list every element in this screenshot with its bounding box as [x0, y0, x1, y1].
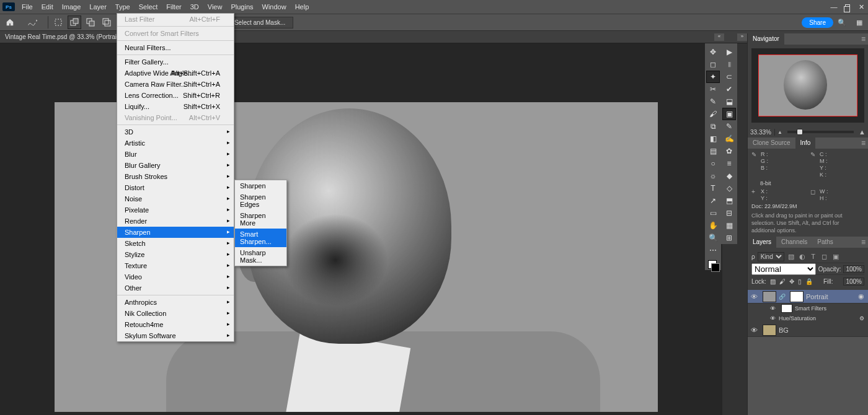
- menu-3d[interactable]: 3D: [186, 0, 203, 14]
- filter-shape-icon[interactable]: ◻: [820, 253, 829, 261]
- layer-name[interactable]: Portrait: [806, 293, 828, 300]
- eraser-icon[interactable]: ◧: [706, 133, 720, 145]
- tab-layers[interactable]: Layers: [748, 237, 776, 248]
- filter-item-distort[interactable]: Distort▸: [117, 182, 234, 193]
- panel-e-icon[interactable]: ▦: [722, 219, 736, 232]
- shape-icon[interactable]: ▭: [706, 207, 720, 219]
- tool-preset[interactable]: [24, 16, 42, 28]
- wand-icon[interactable]: ✦: [706, 71, 720, 83]
- filter-item-nik-collection[interactable]: Nik Collection▸: [117, 308, 234, 319]
- selection-subtract[interactable]: [84, 15, 97, 29]
- properties-icon[interactable]: ▣: [722, 108, 736, 120]
- filter-item-filter-gallery-[interactable]: Filter Gallery...: [117, 56, 234, 68]
- sharpen-item-sharpen[interactable]: Sharpen: [235, 180, 286, 191]
- sharpen-item-sharpen-edges[interactable]: Sharpen Edges: [235, 191, 286, 210]
- menu-image[interactable]: Image: [58, 0, 86, 14]
- filter-item-noise[interactable]: Noise▸: [117, 193, 234, 204]
- layer-bg[interactable]: 👁BG: [748, 323, 868, 337]
- info-options-icon[interactable]: ≡: [861, 139, 866, 147]
- more-icon[interactable]: ⋯: [706, 244, 720, 256]
- visibility-icon[interactable]: 👁: [766, 315, 779, 321]
- dodge-icon[interactable]: ☼: [706, 170, 720, 182]
- window-maximize[interactable]: [841, 3, 854, 11]
- visibility-icon[interactable]: 👁: [766, 305, 779, 312]
- layer-thumb[interactable]: [763, 325, 776, 336]
- filter-item-sharpen[interactable]: Sharpen▸: [117, 227, 234, 238]
- filter-item-other[interactable]: Other▸: [117, 282, 234, 294]
- crop-icon[interactable]: ✂: [706, 83, 720, 95]
- window-close[interactable]: ✕: [854, 3, 868, 11]
- tab-navigator[interactable]: Navigator: [748, 33, 784, 45]
- tab-channels[interactable]: Channels: [776, 237, 812, 248]
- filter-type-icon[interactable]: T: [809, 253, 818, 260]
- filter-item-sketch[interactable]: Sketch▸: [117, 238, 234, 249]
- zoom-icon[interactable]: 🔍: [706, 232, 720, 244]
- gradient-icon[interactable]: ▤: [706, 145, 720, 157]
- tab-clone-source[interactable]: Clone Source: [748, 138, 795, 149]
- filter-menu-dropdown[interactable]: Last FilterAlt+Ctrl+FConvert for Smart F…: [117, 13, 234, 342]
- marquee-icon[interactable]: ◻: [706, 58, 720, 71]
- filter-item-liquify-[interactable]: Liquify...Shift+Ctrl+X: [117, 101, 234, 112]
- navigator-options-icon[interactable]: ≡: [861, 35, 866, 43]
- panel-collapse-right[interactable]: »: [737, 33, 747, 41]
- histogram-icon[interactable]: ⫴: [722, 58, 736, 71]
- tab-info[interactable]: Info: [795, 138, 816, 149]
- lock-artboard-icon[interactable]: ▯: [798, 278, 802, 285]
- play-icon[interactable]: ▶: [722, 46, 736, 58]
- pen-icon[interactable]: ✍: [722, 133, 736, 145]
- sharpen-item-smart-sharpen-[interactable]: Smart Sharpen...: [235, 229, 286, 247]
- styles-icon[interactable]: ✎: [722, 120, 736, 133]
- filter-settings-icon[interactable]: ⚙: [859, 315, 864, 321]
- filter-item-skylum-software[interactable]: Skylum Software▸: [117, 330, 234, 341]
- filter-item-neural-filters-[interactable]: Neural Filters...: [117, 42, 234, 53]
- search-icon[interactable]: 🔍: [836, 17, 848, 28]
- zoom-value[interactable]: 33.33%: [748, 129, 775, 136]
- filter-pixel-icon[interactable]: ▧: [787, 253, 795, 261]
- filter-item-camera-raw-filter-[interactable]: Camera Raw Filter...Shift+Ctrl+A: [117, 79, 234, 90]
- filter-item-blur-gallery[interactable]: Blur Gallery▸: [117, 160, 234, 171]
- filter-item-anthropics[interactable]: Anthropics▸: [117, 297, 234, 308]
- workspace-icon[interactable]: ▦: [854, 17, 865, 28]
- menu-file[interactable]: File: [17, 0, 37, 14]
- visibility-icon[interactable]: 👁: [748, 326, 760, 334]
- window-minimize[interactable]: —: [827, 3, 841, 11]
- filter-smart-icon[interactable]: ▣: [831, 253, 840, 261]
- layer-portrait[interactable]: 👁🔗Portrait◉: [748, 290, 868, 304]
- zoom-out-icon[interactable]: ▲: [775, 129, 785, 135]
- sharpen-submenu[interactable]: SharpenSharpen EdgesSharpen MoreSmart Sh…: [234, 180, 287, 266]
- type-icon[interactable]: T: [706, 182, 720, 194]
- panel-d-icon[interactable]: ⊟: [722, 207, 736, 219]
- filter-item-render[interactable]: Render▸: [117, 216, 234, 227]
- move-icon[interactable]: ✥: [706, 46, 720, 58]
- filter-item-brush-strokes[interactable]: Brush Strokes▸: [117, 171, 234, 182]
- hue-saturation-row[interactable]: 👁Hue/Saturation⚙: [748, 313, 868, 323]
- filter-item-artistic[interactable]: Artistic▸: [117, 138, 234, 149]
- canvas-area[interactable]: [0, 43, 722, 415]
- filter-item-adaptive-wide-angle-[interactable]: Adaptive Wide Angle...Alt+Shift+Ctrl+A: [117, 68, 234, 79]
- menu-type[interactable]: Type: [111, 0, 135, 14]
- layers-options-icon[interactable]: ≡: [861, 238, 866, 247]
- navigator-preview[interactable]: [751, 48, 864, 123]
- menu-filter[interactable]: Filter: [162, 0, 185, 14]
- zoom-in-icon[interactable]: ▲: [856, 128, 868, 136]
- layer-thumb[interactable]: [763, 291, 776, 302]
- options-icon[interactable]: ⊂: [722, 71, 736, 83]
- selection-new[interactable]: [51, 15, 65, 29]
- home-icon[interactable]: [4, 16, 16, 28]
- panel-f-icon[interactable]: ⊞: [722, 232, 736, 244]
- lock-pixels-icon[interactable]: 🖌: [779, 278, 786, 285]
- selection-intersect[interactable]: [100, 15, 113, 29]
- filter-item-3d[interactable]: 3D▸: [117, 126, 234, 138]
- layer-kind-select[interactable]: Kind: [758, 252, 784, 261]
- brush-preset-icon[interactable]: ✔: [722, 83, 736, 95]
- menu-layer[interactable]: Layer: [85, 0, 111, 14]
- menu-plugins[interactable]: Plugins: [226, 0, 257, 14]
- menu-help[interactable]: Help: [291, 0, 314, 14]
- opacity-value[interactable]: 100%: [843, 265, 864, 273]
- stamp-icon[interactable]: ⧉: [706, 120, 720, 133]
- select-and-mask-button[interactable]: Select and Mask...: [226, 17, 293, 28]
- brush-icon[interactable]: 🖌: [706, 108, 720, 120]
- eyedropper-icon[interactable]: ✎: [706, 95, 720, 108]
- panel-c-icon[interactable]: ⬒: [722, 194, 736, 207]
- menu-edit[interactable]: Edit: [37, 0, 58, 14]
